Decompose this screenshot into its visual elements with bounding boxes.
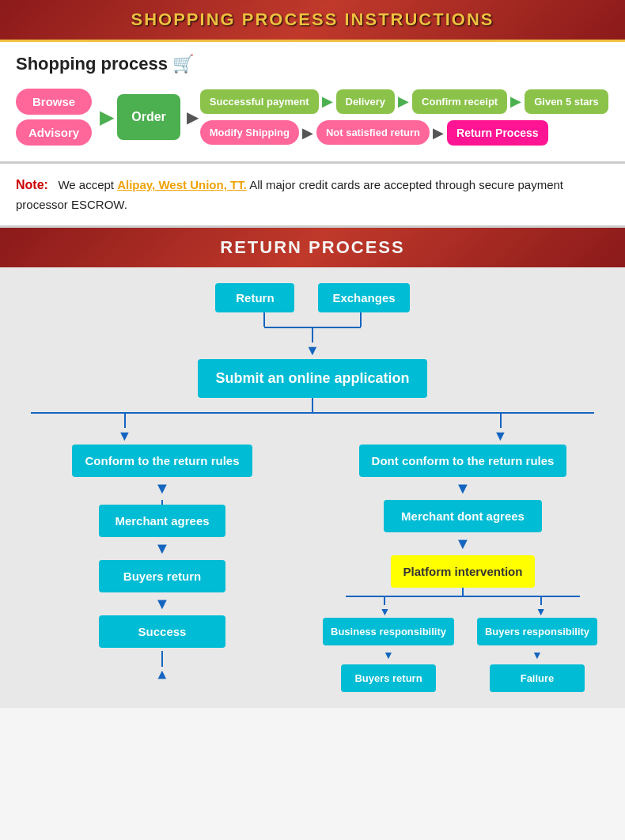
bottom-flow-row: Modify Shipping ▶ Not satisfied return ▶… [200,120,608,146]
note-text: Note: We accept Alipay, West Union, TT. … [16,175,609,214]
svl-r [540,597,542,605]
sub-branch-connector: ▼ ▼ [316,588,609,618]
successful-payment-box: Successful payment [200,89,319,114]
submit-box: Submit an online application [198,359,426,398]
arrow-dont-conform-down: ▼ [455,479,471,498]
shopping-icon: 🛒 [172,54,194,74]
row-return-exchanges: Return Exchanges [215,283,409,312]
vl1 [161,500,163,505]
arrow1: ▶ [322,93,333,110]
arrow3: ▶ [510,93,521,110]
arrow-down-right: ▼ [494,428,508,445]
sarrow-l: ▼ [379,605,390,618]
platform-intervention-box: Platform intervention [391,555,536,588]
branch-right: Dont conform to the return rules ▼ Merch… [316,445,609,692]
conform-box: Conform to the return rules [72,445,252,477]
return-section: Return Exchanges ▼ Submit an online appl… [0,267,625,708]
top-flow-row: Successful payment ▶ Delivery ▶ Confirm … [200,89,608,114]
right-col: Successful payment ▶ Delivery ▶ Confirm … [200,89,608,146]
vline-center [312,328,313,342]
buyers-return-right-box: Buyers return [341,664,436,692]
success-box: Success [99,615,225,648]
sarrow-bres: ▼ [532,649,543,661]
advisory-box: Advisory [16,119,92,146]
sub-branch-right: Buyers responsibility ▼ Failure [465,618,609,692]
header-banner: SHOPPING PROCESS INSTRUCTIONS [0,0,625,42]
merchant-dont-agrees-box: Merchant dont agrees [384,500,542,532]
arrow-to-order: ▶ [100,106,114,128]
arrow-merchant-dont-down: ▼ [455,535,471,553]
arrow-up: ▼ [155,667,169,683]
left-col: Browse Advisory [16,89,92,146]
arrow4: ▶ [302,124,313,142]
vl-up [161,651,163,667]
shopping-section: Shopping process 🛒 Browse Advisory ▶ Ord… [0,42,625,164]
section-title: Shopping process 🛒 [16,54,609,74]
return-box: Return [215,283,294,312]
merchant-agrees-box: Merchant agrees [99,505,225,537]
exchanges-box: Exchanges [318,283,409,312]
arrow2: ▶ [398,93,409,110]
buyers-return-left-box: Buyers return [99,560,225,592]
sarrow-br: ▼ [383,649,394,661]
vline1 [263,312,265,327]
vline-down [312,398,313,412]
sub-branch-container: Business responsibility ▼ Buyers return … [316,618,609,692]
vline2 [360,312,362,327]
note-highlight: Alipay, West Union, TT. [117,178,247,191]
sub-branch-left: Business responsibility ▼ Buyers return [316,618,460,692]
sarrow-r: ▼ [536,605,547,618]
arrow-down-left: ▼ [118,428,132,445]
connector-to-submit: ▼ [16,312,609,359]
confirm-receipt-box: Confirm receipt [412,89,507,114]
return-banner-title: RETURN PROCESS [8,237,617,258]
header-title: SHOPPING PROCESS INSTRUCTIONS [8,9,617,30]
arrow-agrees-down: ▼ [154,539,170,558]
branch-container: Conform to the return rules ▼ Merchant a… [16,445,609,692]
delivery-box: Delivery [336,89,396,114]
connector-to-branches: ▼ ▼ [31,398,595,445]
return-process-box: Return Process [447,120,547,146]
failure-box: Failure [490,664,585,692]
note-text-before: We accept [58,178,117,191]
note-label: Note: [16,178,48,191]
svl [462,588,464,596]
note-section: Note: We accept Alipay, West Union, TT. … [0,164,625,228]
shopping-flowchart: Browse Advisory ▶ Order ▶ Successful pay… [16,89,609,146]
return-flowchart: Return Exchanges ▼ Submit an online appl… [16,283,609,692]
arrow-after-order: ▶ [187,108,199,127]
arrow5: ▶ [433,124,444,142]
browse-box: Browse [16,89,92,115]
arrow-down-submit: ▼ [305,342,320,359]
buyers-responsibility-box: Buyers responsibility [477,618,597,645]
business-responsibility-box: Business responsibility [323,618,454,645]
order-box: Order [117,94,180,140]
arrow-conform-down: ▼ [154,479,170,498]
return-banner: RETURN PROCESS [0,228,625,267]
arrow-buyers-down: ▼ [154,595,170,613]
modify-shipping-box: Modify Shipping [200,120,299,145]
vline-right [500,414,502,428]
dont-conform-box: Dont conform to the return rules [359,445,567,477]
not-satisfied-return-box: Not satisfied return [316,120,430,145]
branch-left: Conform to the return rules ▼ Merchant a… [16,445,309,683]
svl-l [384,597,385,605]
vline-left [124,414,126,428]
given-5-stars-box: Given 5 stars [525,89,608,114]
